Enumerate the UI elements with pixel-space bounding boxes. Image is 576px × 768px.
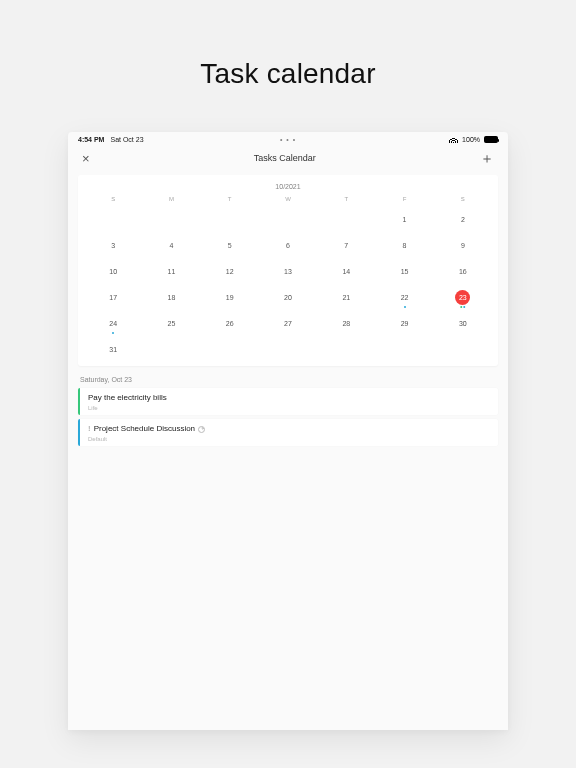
task-tag: Default <box>88 436 492 442</box>
day-cell[interactable]: 15 <box>375 258 433 284</box>
add-icon[interactable]: ＋ <box>480 151 494 165</box>
day-cell[interactable]: 8 <box>375 232 433 258</box>
day-number: 9 <box>461 242 465 249</box>
event-dots <box>112 332 114 334</box>
device-frame: 4:54 PM Sat Oct 23 • • • 100% × Tasks Ca… <box>68 132 508 730</box>
tasks-date-heading: Saturday, Oct 23 <box>78 374 498 388</box>
task-tag: Life <box>88 405 492 411</box>
week-row: 10111213141516 <box>78 258 498 284</box>
event-dot-icon <box>404 306 406 308</box>
event-dot-icon <box>112 332 114 334</box>
day-cell <box>375 336 433 362</box>
battery-percent: 100% <box>462 136 480 143</box>
task-title: Pay the electricity bills <box>88 393 492 402</box>
task-title-text: Project Schedule Discussion <box>94 424 195 433</box>
day-cell <box>201 336 259 362</box>
day-cell[interactable]: 28 <box>317 310 375 336</box>
day-cell[interactable]: 30 <box>434 310 492 336</box>
event-dot-icon <box>460 306 462 308</box>
day-number: 21 <box>342 294 350 301</box>
day-number: 26 <box>226 320 234 327</box>
app-header: × Tasks Calendar ＋ <box>68 145 508 175</box>
empty-space <box>68 450 508 730</box>
day-cell[interactable]: 24 <box>84 310 142 336</box>
task-card[interactable]: Pay the electricity billsLife <box>78 388 498 415</box>
day-cell[interactable]: 2 <box>434 206 492 232</box>
day-cell[interactable]: 5 <box>201 232 259 258</box>
week-row: 12 <box>78 206 498 232</box>
tasks-section: Saturday, Oct 23 Pay the electricity bil… <box>68 366 508 446</box>
status-bar: 4:54 PM Sat Oct 23 • • • 100% <box>68 132 508 145</box>
weekday-label: S <box>434 196 492 202</box>
day-number: 23 <box>455 290 470 305</box>
close-icon[interactable]: × <box>82 152 90 165</box>
day-number: 1 <box>403 216 407 223</box>
task-card[interactable]: !Project Schedule DiscussionDefault <box>78 419 498 446</box>
day-cell[interactable]: 16 <box>434 258 492 284</box>
day-cell[interactable]: 7 <box>317 232 375 258</box>
day-cell <box>259 336 317 362</box>
day-cell[interactable]: 1 <box>375 206 433 232</box>
day-number: 14 <box>342 268 350 275</box>
task-title: !Project Schedule Discussion <box>88 424 492 433</box>
day-number: 27 <box>284 320 292 327</box>
week-row: 24252627282930 <box>78 310 498 336</box>
battery-icon <box>484 136 498 143</box>
day-cell <box>317 206 375 232</box>
day-number: 19 <box>226 294 234 301</box>
day-cell[interactable]: 4 <box>142 232 200 258</box>
day-number: 13 <box>284 268 292 275</box>
day-cell <box>259 206 317 232</box>
day-number: 30 <box>459 320 467 327</box>
day-cell[interactable]: 26 <box>201 310 259 336</box>
day-number: 11 <box>168 268 176 275</box>
day-number: 8 <box>403 242 407 249</box>
day-cell[interactable]: 12 <box>201 258 259 284</box>
day-cell[interactable]: 23 <box>434 284 492 310</box>
day-cell[interactable]: 27 <box>259 310 317 336</box>
day-number: 28 <box>342 320 350 327</box>
month-label[interactable]: 10/2021 <box>78 181 498 196</box>
day-number: 4 <box>169 242 173 249</box>
day-number: 24 <box>109 320 117 327</box>
task-title-text: Pay the electricity bills <box>88 393 167 402</box>
day-cell[interactable]: 11 <box>142 258 200 284</box>
day-cell <box>434 336 492 362</box>
page-title: Tasks Calendar <box>254 153 316 163</box>
day-cell[interactable]: 19 <box>201 284 259 310</box>
weekday-label: S <box>84 196 142 202</box>
day-cell <box>201 206 259 232</box>
day-cell[interactable]: 29 <box>375 310 433 336</box>
day-number: 10 <box>109 268 117 275</box>
status-date: Sat Oct 23 <box>110 136 143 143</box>
day-cell[interactable]: 18 <box>142 284 200 310</box>
day-cell[interactable]: 25 <box>142 310 200 336</box>
day-cell[interactable]: 3 <box>84 232 142 258</box>
calendar-card: 10/2021 SMTWTFS 123456789101112131415161… <box>78 175 498 366</box>
day-number: 6 <box>286 242 290 249</box>
day-cell[interactable]: 6 <box>259 232 317 258</box>
weekday-label: T <box>317 196 375 202</box>
weekday-label: M <box>142 196 200 202</box>
event-dot-icon <box>464 306 466 308</box>
day-cell[interactable]: 20 <box>259 284 317 310</box>
weekday-label: T <box>201 196 259 202</box>
day-cell[interactable]: 17 <box>84 284 142 310</box>
day-cell[interactable]: 22 <box>375 284 433 310</box>
day-cell[interactable]: 10 <box>84 258 142 284</box>
day-number: 20 <box>284 294 292 301</box>
day-cell[interactable]: 31 <box>84 336 142 362</box>
day-number: 15 <box>401 268 409 275</box>
day-cell[interactable]: 13 <box>259 258 317 284</box>
day-cell[interactable]: 21 <box>317 284 375 310</box>
day-cell[interactable]: 9 <box>434 232 492 258</box>
weekday-label: W <box>259 196 317 202</box>
day-cell <box>142 336 200 362</box>
day-number: 22 <box>401 294 409 301</box>
day-number: 29 <box>401 320 409 327</box>
day-cell[interactable]: 14 <box>317 258 375 284</box>
day-cell <box>317 336 375 362</box>
day-cell <box>142 206 200 232</box>
day-number: 2 <box>461 216 465 223</box>
day-number: 16 <box>459 268 467 275</box>
